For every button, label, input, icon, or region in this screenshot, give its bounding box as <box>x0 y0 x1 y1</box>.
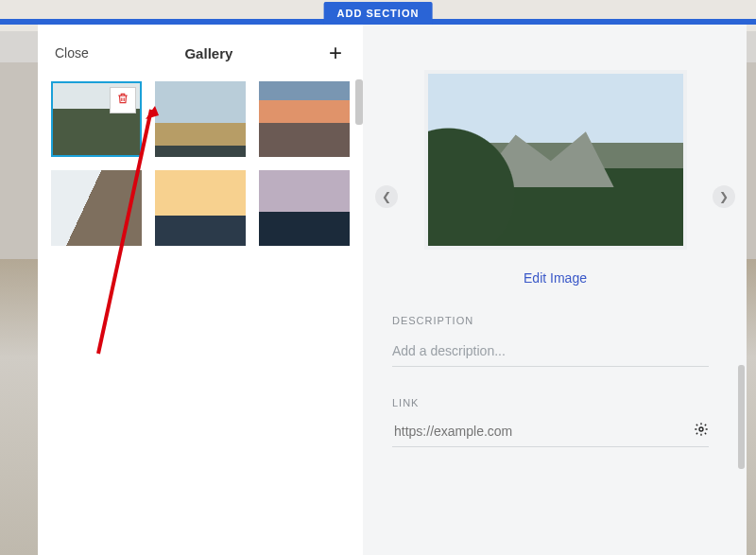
edit-image-link[interactable]: Edit Image <box>524 270 587 286</box>
delete-image-button[interactable] <box>110 87 136 113</box>
left-scrollbar[interactable] <box>355 79 363 125</box>
thumbnail-3[interactable] <box>259 81 350 157</box>
image-preview <box>424 70 687 250</box>
link-label: LINK <box>392 397 709 408</box>
chevron-right-icon: ❯ <box>719 190 729 203</box>
add-image-button[interactable]: + <box>329 42 342 64</box>
thumbnail-6[interactable] <box>259 170 350 246</box>
thumbnail-grid <box>38 81 363 246</box>
svg-point-2 <box>699 427 703 431</box>
thumbnail-1[interactable] <box>51 81 142 157</box>
preview-area: Edit Image <box>364 25 747 286</box>
right-scrollbar[interactable] <box>738 365 745 469</box>
gallery-left-pane: Close Gallery + <box>38 25 363 555</box>
next-image-button[interactable]: ❯ <box>713 185 735 208</box>
gallery-header: Close Gallery + <box>38 25 363 81</box>
gallery-title: Gallery <box>184 45 232 61</box>
thumbnail-5[interactable] <box>155 170 246 246</box>
description-input[interactable] <box>392 339 709 367</box>
image-form: DESCRIPTION LINK <box>364 286 747 447</box>
chevron-left-icon: ❮ <box>382 190 391 203</box>
link-input[interactable] <box>392 423 684 440</box>
gallery-dialog: Close Gallery + <box>38 25 747 555</box>
link-settings-button[interactable] <box>694 422 709 441</box>
close-button[interactable]: Close <box>55 45 89 61</box>
gallery-right-pane: ❮ ❯ Edit Image DESCRIPTION LINK <box>363 25 747 555</box>
description-label: DESCRIPTION <box>392 315 709 326</box>
gear-icon <box>694 424 709 440</box>
add-section-button[interactable]: ADD SECTION <box>324 2 433 25</box>
prev-image-button[interactable]: ❮ <box>375 185 398 208</box>
trash-icon <box>116 92 129 109</box>
thumbnail-2[interactable] <box>155 81 246 157</box>
thumbnail-4[interactable] <box>51 170 142 246</box>
